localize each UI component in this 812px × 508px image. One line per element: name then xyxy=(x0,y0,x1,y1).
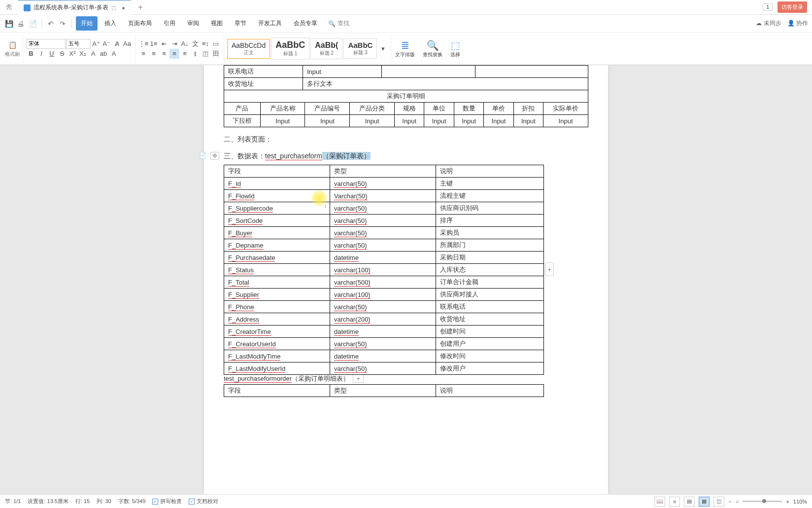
table-cell[interactable]: F_Buyer xyxy=(224,227,330,239)
table-cell[interactable]: F_FlowId xyxy=(224,190,330,202)
save-icon[interactable]: 💾 xyxy=(4,19,14,29)
bullet-list-button[interactable]: ⋮≡ xyxy=(138,39,148,49)
table-cell[interactable]: varchar(50) xyxy=(330,363,436,375)
style-h2[interactable]: AaBb( 标题 2 xyxy=(310,38,342,59)
print-icon[interactable]: 🖨 xyxy=(16,19,26,29)
table-cell[interactable]: datetime xyxy=(330,326,436,338)
document-area[interactable]: 联系电话 Input 收货地址 多行文本 采购订单明细 产品产品名称产品编号产品… xyxy=(0,65,812,494)
table-cell[interactable]: 供应商识别码 xyxy=(436,202,544,215)
redo-icon[interactable]: ↷ xyxy=(58,19,68,29)
table-cell[interactable]: F_CreatorTime xyxy=(224,326,330,338)
table-cell[interactable]: varchar(100) xyxy=(330,264,436,276)
align-center-button[interactable]: ≡ xyxy=(149,49,159,59)
table-cell[interactable]: 收货地址 xyxy=(436,313,544,326)
preview-icon[interactable]: 📄 xyxy=(28,19,37,29)
shading-button[interactable]: ◫ xyxy=(201,49,210,59)
underline-button[interactable]: U xyxy=(47,49,57,59)
ribbon-tab-start[interactable]: 开始 xyxy=(76,16,98,31)
table-cell[interactable]: F_CreatorUserId xyxy=(224,338,330,350)
table-cell[interactable]: Input xyxy=(305,115,350,127)
strike-button[interactable]: S xyxy=(57,49,67,59)
table-cell[interactable]: 联系电话 xyxy=(436,301,544,313)
font-effect-button[interactable]: A xyxy=(109,49,119,59)
table-cell[interactable]: 供应商对接人 xyxy=(436,289,544,301)
ribbon-tab-reference[interactable]: 引用 xyxy=(159,16,180,31)
style-h1[interactable]: AaBbC 标题 1 xyxy=(271,37,309,60)
table-cell[interactable]: 修改用户 xyxy=(436,363,544,375)
table-cell[interactable]: datetime xyxy=(330,252,436,264)
italic-button[interactable]: I xyxy=(36,49,46,59)
table-cell[interactable]: 采购日期 xyxy=(436,252,544,264)
table-cell[interactable]: Input xyxy=(484,115,513,127)
table-cell[interactable]: Input xyxy=(260,115,305,127)
align-right-button[interactable]: ≡ xyxy=(159,49,169,59)
document-page[interactable]: 联系电话 Input 收货地址 多行文本 采购订单明细 产品产品名称产品编号产品… xyxy=(204,65,608,494)
ribbon-tab-review[interactable]: 审阅 xyxy=(182,16,204,31)
tab-document[interactable]: 流程系统表单-采购订单-多表 ▢ ● xyxy=(18,0,131,15)
table-cell[interactable]: 采购员 xyxy=(436,227,544,239)
table-cell[interactable]: 订单合计金额 xyxy=(436,276,544,289)
table-cell[interactable]: F_Total xyxy=(224,276,330,289)
select-button[interactable]: ⬚ 选择 xyxy=(446,37,464,60)
collab-button[interactable]: 👤 协作 xyxy=(787,19,808,28)
table-cell[interactable]: Input xyxy=(350,115,395,127)
table-cell[interactable]: F_Purchasedate xyxy=(224,252,330,264)
form-table[interactable]: 联系电话 Input 收货地址 多行文本 采购订单明细 xyxy=(224,65,588,103)
table-cell[interactable]: F_LastModifyTime xyxy=(224,350,330,363)
superscript-button[interactable]: X² xyxy=(68,49,77,59)
spacing-button[interactable]: ⫿ xyxy=(190,49,200,59)
table-cell[interactable]: 流程主键 xyxy=(436,190,544,202)
clear-format-icon[interactable]: A̷ xyxy=(112,39,122,49)
table-cell[interactable]: Input xyxy=(543,115,588,127)
guest-login-button[interactable]: 访客登录 xyxy=(778,1,807,13)
ribbon-tab-layout[interactable]: 页面布局 xyxy=(123,16,157,31)
table-cell[interactable]: datetime xyxy=(330,350,436,363)
sort-button[interactable]: A↓ xyxy=(180,39,190,49)
ribbon-tab-member[interactable]: 会员专享 xyxy=(289,16,322,31)
table-cell[interactable]: 主键 xyxy=(436,178,544,190)
format-painter-label[interactable]: 格式刷 xyxy=(5,51,20,58)
table-cell[interactable]: 修改时间 xyxy=(436,350,544,363)
font-grow-icon[interactable]: A⁺ xyxy=(91,39,101,49)
move-icon[interactable]: ✥ xyxy=(210,152,219,160)
new-tab-button[interactable]: + xyxy=(131,0,149,15)
detail-table[interactable]: 产品产品名称产品编号产品分类规格单位数量单价折扣实际单价 下拉框InputInp… xyxy=(224,102,588,127)
table-cell[interactable]: varchar(50) xyxy=(330,301,436,313)
sync-status[interactable]: ☁ 未同步 xyxy=(756,19,781,28)
table-cell[interactable]: 下拉框 xyxy=(224,115,261,127)
font-color-button[interactable]: A xyxy=(88,49,98,59)
table-cell[interactable]: Input xyxy=(513,115,543,127)
table-cell[interactable]: varchar(100) xyxy=(330,289,436,301)
distribute-button[interactable]: ≡ xyxy=(180,49,190,59)
db-table[interactable]: 字段类型说明F_Idvarchar(50)主键F_FlowIdVarchar(5… xyxy=(224,165,544,375)
table-cell[interactable]: Input xyxy=(395,115,424,127)
change-case-icon[interactable]: Aa xyxy=(122,39,132,49)
indent-button[interactable]: ⇥ xyxy=(169,39,179,49)
table-cell[interactable]: varchar(50) xyxy=(330,215,436,227)
table-cell[interactable]: F_Depname xyxy=(224,239,330,252)
table-cell[interactable]: varchar(50) xyxy=(330,239,436,252)
table-cell[interactable]: F_Supplier xyxy=(224,289,330,301)
table-cell[interactable]: 所属部门 xyxy=(436,239,544,252)
table-cell[interactable]: Varchar(50) xyxy=(330,190,436,202)
ribbon-tab-section[interactable]: 章节 xyxy=(230,16,251,31)
add-column-button[interactable]: + xyxy=(545,262,554,276)
search-box[interactable]: 🔍 查找 xyxy=(328,19,349,28)
ribbon-tab-dev[interactable]: 开发工具 xyxy=(253,16,287,31)
font-name-select[interactable] xyxy=(26,39,66,49)
table-cell[interactable]: F_LastModifyUserId xyxy=(224,363,330,375)
styles-more-button[interactable]: ▾ xyxy=(378,44,388,54)
table-cell[interactable]: F_Phone xyxy=(224,301,330,313)
text-direction-button[interactable]: 文 xyxy=(190,39,200,49)
table-cell[interactable]: varchar(50) xyxy=(330,202,436,215)
table-cell[interactable]: F_Address xyxy=(224,313,330,326)
line-spacing-button[interactable]: ≡↕ xyxy=(201,39,210,49)
style-normal[interactable]: AaBbCcDd 正文 xyxy=(227,39,270,59)
table-cell[interactable]: 排序 xyxy=(436,215,544,227)
subscript-button[interactable]: X₂ xyxy=(78,49,88,59)
align-left-button[interactable]: ≡ xyxy=(138,49,148,59)
highlight-button[interactable]: ab xyxy=(99,49,108,59)
style-h3[interactable]: AaBbC 标题 3 xyxy=(343,38,377,59)
table-cell[interactable]: 创建时间 xyxy=(436,326,544,338)
ribbon-tab-view[interactable]: 视图 xyxy=(206,16,228,31)
